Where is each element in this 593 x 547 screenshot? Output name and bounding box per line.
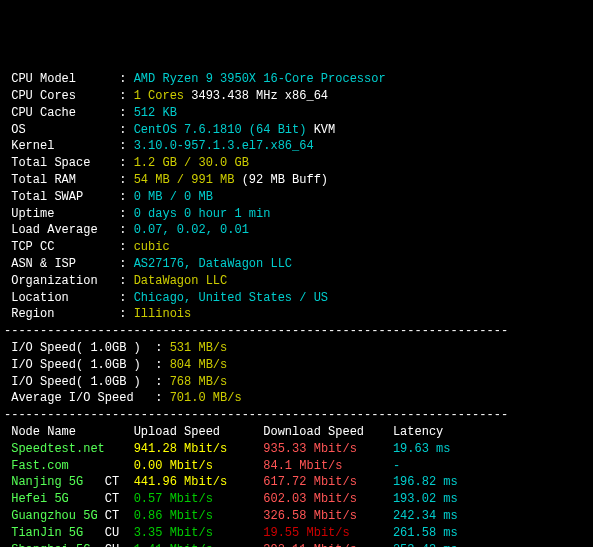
sysinfo-label: Organization	[4, 274, 119, 288]
latency: 19.63 ms	[393, 442, 451, 456]
colon: :	[119, 307, 133, 321]
speedtest-row: Shanghai 5G CU 1.41 Mbit/s 392.11 Mbit/s…	[4, 542, 589, 548]
sysinfo-label: TCP CC	[4, 240, 119, 254]
colon: :	[119, 257, 133, 271]
sysinfo-row: CPU Model : AMD Ryzen 9 3950X 16-Core Pr…	[4, 71, 589, 88]
upload-speed: 0.57 Mbit/s	[134, 492, 264, 506]
node-name: TianJin 5G	[4, 526, 105, 540]
sysinfo-value: 3.10.0-957.1.3.el7.x86_64	[134, 139, 314, 153]
divider: ----------------------------------------…	[4, 408, 508, 422]
sysinfo-label: Uptime	[4, 207, 119, 221]
sysinfo-label: ASN & ISP	[4, 257, 119, 271]
sysinfo-row: Total RAM : 54 MB / 991 MB (92 MB Buff)	[4, 172, 589, 189]
latency: 196.82 ms	[393, 475, 458, 489]
sysinfo-value: Illinois	[134, 307, 192, 321]
colon: :	[119, 156, 133, 170]
node-tag: CU	[105, 526, 134, 540]
io-value: 804 MB/s	[170, 358, 228, 372]
sysinfo-label: CPU Cores	[4, 89, 119, 103]
sysinfo-value: 512 KB	[134, 106, 177, 120]
sysinfo-row: Organization : DataWagon LLC	[4, 273, 589, 290]
io-value: 701.0 MB/s	[170, 391, 242, 405]
sysinfo-label: Kernel	[4, 139, 119, 153]
sysinfo-extra: 3493.438 MHz x86_64	[184, 89, 328, 103]
colon: :	[119, 274, 133, 288]
node-tag: CT	[105, 509, 134, 523]
download-speed: 935.33 Mbit/s	[263, 442, 393, 456]
sysinfo-row: OS : CentOS 7.6.1810 (64 Bit) KVM	[4, 122, 589, 139]
sysinfo-value: 1 Cores	[134, 89, 184, 103]
sysinfo-value: CentOS 7.6.1810 (64 Bit)	[134, 123, 307, 137]
sysinfo-row: Total Space : 1.2 GB / 30.0 GB	[4, 155, 589, 172]
terminal-output: CPU Model : AMD Ryzen 9 3950X 16-Core Pr…	[4, 71, 589, 547]
sysinfo-value: cubic	[134, 240, 170, 254]
latency: 242.34 ms	[393, 509, 458, 523]
latency: -	[393, 459, 400, 473]
sysinfo-value: 0.07, 0.02, 0.01	[134, 223, 249, 237]
colon: :	[119, 139, 133, 153]
speedtest-header: Node Name Upload Speed Download Speed La…	[4, 424, 589, 441]
sysinfo-value: 0 MB / 0 MB	[134, 190, 213, 204]
speedtest-row: Fast.com 0.00 Mbit/s 84.1 Mbit/s -	[4, 458, 589, 475]
io-label: I/O Speed( 1.0GB )	[4, 341, 155, 355]
speedtest-row: TianJin 5G CU 3.35 Mbit/s 19.55 Mbit/s 2…	[4, 525, 589, 542]
colon: :	[119, 89, 133, 103]
upload-speed: 1.41 Mbit/s	[134, 543, 264, 548]
colon: :	[119, 207, 133, 221]
colon: :	[155, 358, 169, 372]
node-tag: CT	[105, 492, 134, 506]
divider: ----------------------------------------…	[4, 324, 508, 338]
io-row: I/O Speed( 1.0GB ) : 768 MB/s	[4, 374, 589, 391]
io-label: I/O Speed( 1.0GB )	[4, 358, 155, 372]
sysinfo-row: CPU Cores : 1 Cores 3493.438 MHz x86_64	[4, 88, 589, 105]
download-speed: 602.03 Mbit/s	[263, 492, 393, 506]
sysinfo-label: Region	[4, 307, 119, 321]
io-row: Average I/O Speed : 701.0 MB/s	[4, 390, 589, 407]
colon: :	[119, 223, 133, 237]
upload-speed: 3.35 Mbit/s	[134, 526, 264, 540]
sysinfo-extra: KVM	[306, 123, 335, 137]
sysinfo-row: Uptime : 0 days 0 hour 1 min	[4, 206, 589, 223]
speedtest-row: Guangzhou 5G CT 0.86 Mbit/s 326.58 Mbit/…	[4, 508, 589, 525]
io-value: 768 MB/s	[170, 375, 228, 389]
node-tag: CU	[105, 543, 134, 548]
io-value: 531 MB/s	[170, 341, 228, 355]
node-name: Fast.com	[4, 459, 105, 473]
sysinfo-label: CPU Model	[4, 72, 119, 86]
header-upload: Upload Speed	[134, 425, 264, 439]
download-speed: 617.72 Mbit/s	[263, 475, 393, 489]
speedtest-row: Hefei 5G CT 0.57 Mbit/s 602.03 Mbit/s 19…	[4, 491, 589, 508]
sysinfo-label: Load Average	[4, 223, 119, 237]
sysinfo-label: Total Space	[4, 156, 119, 170]
colon: :	[119, 240, 133, 254]
header-latency: Latency	[393, 425, 443, 439]
colon: :	[119, 291, 133, 305]
header-download: Download Speed	[263, 425, 393, 439]
latency: 261.58 ms	[393, 526, 458, 540]
sysinfo-value: Chicago, United States / US	[134, 291, 328, 305]
upload-speed: 0.00 Mbit/s	[134, 459, 264, 473]
colon: :	[155, 341, 169, 355]
speedtest-row: Speedtest.net 941.28 Mbit/s 935.33 Mbit/…	[4, 441, 589, 458]
colon: :	[119, 72, 133, 86]
upload-speed: 0.86 Mbit/s	[134, 509, 264, 523]
sysinfo-row: CPU Cache : 512 KB	[4, 105, 589, 122]
colon: :	[119, 173, 133, 187]
upload-speed: 441.96 Mbit/s	[134, 475, 264, 489]
colon: :	[119, 106, 133, 120]
node-name: Shanghai 5G	[4, 543, 105, 548]
sysinfo-row: Total SWAP : 0 MB / 0 MB	[4, 189, 589, 206]
sysinfo-label: Total SWAP	[4, 190, 119, 204]
sysinfo-row: TCP CC : cubic	[4, 239, 589, 256]
latency: 193.02 ms	[393, 492, 458, 506]
io-label: Average I/O Speed	[4, 391, 155, 405]
sysinfo-label: Location	[4, 291, 119, 305]
sysinfo-row: Kernel : 3.10.0-957.1.3.el7.x86_64	[4, 138, 589, 155]
node-tag	[105, 459, 134, 473]
sysinfo-row: ASN & ISP : AS27176, DataWagon LLC	[4, 256, 589, 273]
io-label: I/O Speed( 1.0GB )	[4, 375, 155, 389]
io-row: I/O Speed( 1.0GB ) : 531 MB/s	[4, 340, 589, 357]
speedtest-row: Nanjing 5G CT 441.96 Mbit/s 617.72 Mbit/…	[4, 474, 589, 491]
sysinfo-label: CPU Cache	[4, 106, 119, 120]
sysinfo-row: Load Average : 0.07, 0.02, 0.01	[4, 222, 589, 239]
